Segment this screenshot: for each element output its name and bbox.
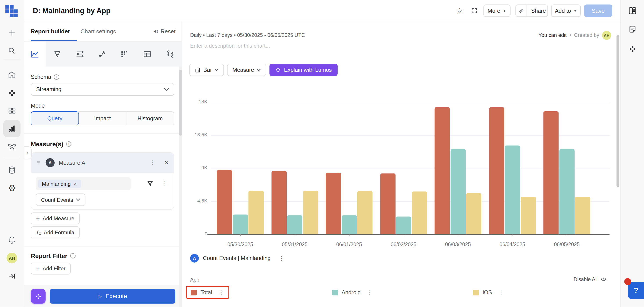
- lumos-button[interactable]: [31, 289, 46, 303]
- measure-close-icon[interactable]: ✕: [164, 160, 169, 166]
- main-scrollbar-thumb[interactable]: [616, 35, 620, 187]
- bar-total-06/05/2025[interactable]: [544, 112, 558, 234]
- notifications-button[interactable]: [8, 235, 16, 244]
- chart-type-funnel[interactable]: [46, 42, 68, 67]
- add-filter-button[interactable]: + Add Filter: [31, 263, 71, 274]
- legend-kebab-icon[interactable]: ⋮: [498, 289, 504, 295]
- bar-android-06/02/2025[interactable]: [396, 216, 411, 234]
- tab-report-builder[interactable]: Report builder: [31, 21, 70, 41]
- event-input-field[interactable]: Mainlanding ✕: [36, 177, 130, 190]
- copy-link-button[interactable]: [516, 5, 527, 16]
- lumos-panel-button[interactable]: [628, 45, 636, 53]
- legend-item-ios[interactable]: iOS⋮: [468, 286, 509, 299]
- info-icon[interactable]: i: [54, 75, 59, 80]
- bar-ios-06/01/2025[interactable]: [357, 191, 372, 234]
- aggregation-select[interactable]: Count Events: [36, 193, 86, 206]
- panel-scrollbar-thumb[interactable]: [179, 70, 182, 136]
- event-menu-kebab-icon[interactable]: ⋮: [162, 180, 168, 186]
- chart-type-journey[interactable]: [92, 42, 113, 67]
- chart-type-line[interactable]: [24, 42, 46, 67]
- bar-android-06/04/2025[interactable]: [505, 145, 520, 234]
- nav-settings[interactable]: ⚙: [8, 183, 16, 193]
- measure-filter-button[interactable]: [146, 180, 154, 188]
- legend-item-android[interactable]: Android⋮: [327, 286, 378, 299]
- chart-type-retention[interactable]: [114, 42, 135, 67]
- creator-avatar[interactable]: AH: [602, 31, 611, 40]
- bar-ios-06/05/2025[interactable]: [575, 197, 590, 234]
- chevron-down-icon: [164, 88, 169, 91]
- chart-type-select[interactable]: Bar: [190, 64, 224, 76]
- drag-handle-icon[interactable]: [36, 160, 41, 165]
- legend-kebab-icon[interactable]: ⋮: [218, 289, 224, 295]
- line-chart-icon: [30, 49, 40, 59]
- chart-type-streams[interactable]: [69, 42, 90, 67]
- add-measure-button[interactable]: + Add Measure: [31, 212, 80, 224]
- bar-total-06/02/2025[interactable]: [380, 173, 395, 234]
- measure-card: A Measure A ⋮ ✕ Mainlanding ✕ ⋮ Count Ev…: [31, 152, 174, 209]
- nav-home[interactable]: [8, 70, 16, 79]
- explain-with-lumos-button[interactable]: Explain with Lumos: [269, 64, 338, 76]
- add-to-button[interactable]: Add to▼: [551, 5, 581, 17]
- mode-impact[interactable]: Impact: [79, 111, 126, 125]
- nav-audiences[interactable]: [7, 142, 17, 151]
- legend-item-total[interactable]: Total⋮: [186, 286, 229, 299]
- more-button[interactable]: More▼: [483, 5, 510, 17]
- collapse-panel-button[interactable]: ›: [24, 146, 32, 159]
- search-button[interactable]: [8, 46, 16, 55]
- new-item-button[interactable]: [8, 28, 16, 37]
- date-range-summary[interactable]: Daily • Last 7 days • 05/30/2025 - 06/05…: [190, 33, 305, 38]
- user-avatar[interactable]: AH: [6, 253, 17, 263]
- bar-total-06/04/2025[interactable]: [489, 107, 504, 234]
- measure-card-header[interactable]: A Measure A ⋮ ✕: [31, 153, 174, 173]
- info-icon[interactable]: i: [70, 253, 76, 258]
- disable-all-button[interactable]: Disable All: [574, 276, 606, 282]
- bar-ios-06/02/2025[interactable]: [412, 191, 427, 234]
- add-formula-button[interactable]: ƒₓ Add Formula: [31, 226, 80, 238]
- nav-dashboards[interactable]: [8, 106, 16, 115]
- tab-chart-settings[interactable]: Chart settings: [80, 21, 116, 41]
- chart-type-table[interactable]: [136, 42, 158, 67]
- bar-android-05/30/2025[interactable]: [233, 214, 248, 234]
- lumos-icon: [628, 45, 636, 53]
- series-menu-kebab-icon[interactable]: ⋮: [279, 255, 284, 261]
- favorite-button[interactable]: ☆: [456, 5, 463, 17]
- mode-histogram[interactable]: Histogram: [126, 111, 174, 125]
- bar-android-06/01/2025[interactable]: [342, 215, 357, 234]
- nav-charts[interactable]: [8, 124, 16, 133]
- save-button[interactable]: Save: [584, 5, 612, 17]
- share-split-button[interactable]: Share: [516, 5, 548, 17]
- notes-button[interactable]: [628, 25, 637, 34]
- measure-menu-kebab-icon[interactable]: ⋮: [150, 160, 155, 166]
- bar-total-05/30/2025[interactable]: [217, 170, 232, 234]
- docs-button[interactable]: [627, 6, 637, 16]
- bar-total-05/31/2025[interactable]: [271, 171, 286, 234]
- legend-kebab-icon[interactable]: ⋮: [367, 289, 372, 295]
- chart-type-compare[interactable]: [159, 42, 181, 67]
- mode-query[interactable]: Query: [31, 111, 79, 125]
- nav-lumos[interactable]: [8, 89, 16, 97]
- schema-select[interactable]: Streaming: [31, 83, 174, 96]
- bar-ios-05/31/2025[interactable]: [303, 190, 318, 234]
- execute-button[interactable]: ▷ Execute: [50, 289, 176, 303]
- bar-android-06/03/2025[interactable]: [450, 149, 466, 234]
- event-chip[interactable]: Mainlanding ✕: [38, 179, 81, 188]
- bar-android-06/05/2025[interactable]: [559, 149, 574, 234]
- help-button[interactable]: ?: [628, 282, 644, 299]
- remove-chip-icon[interactable]: ✕: [74, 181, 77, 186]
- bar-total-06/03/2025[interactable]: [434, 107, 450, 234]
- app-logo[interactable]: [5, 5, 18, 18]
- chart-description-input[interactable]: Enter a description for this chart...: [190, 43, 270, 49]
- bar-total-06/01/2025[interactable]: [326, 172, 341, 234]
- bar-chart-icon: [8, 124, 16, 133]
- measure-select[interactable]: Measure: [227, 64, 266, 76]
- x-axis-label: 05/31/2025: [272, 241, 318, 247]
- info-icon[interactable]: i: [66, 141, 72, 147]
- bar-android-05/31/2025[interactable]: [287, 215, 302, 234]
- nav-data[interactable]: [8, 166, 16, 175]
- reset-button[interactable]: ⟲Reset: [154, 21, 176, 41]
- expand-sidebar-button[interactable]: [8, 272, 16, 280]
- bar-ios-06/03/2025[interactable]: [466, 193, 481, 234]
- fullscreen-button[interactable]: [470, 5, 478, 17]
- bar-ios-05/30/2025[interactable]: [248, 191, 264, 234]
- bar-ios-06/04/2025[interactable]: [521, 197, 536, 234]
